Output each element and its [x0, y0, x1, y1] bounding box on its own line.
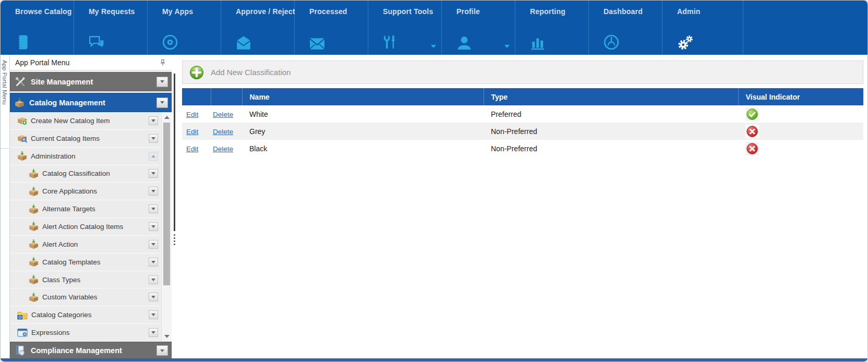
delete-link[interactable]: Delete [213, 128, 233, 136]
add-icon [189, 65, 204, 80]
mail-icon [309, 38, 325, 50]
nav-item-reporting[interactable]: Reporting [515, 1, 589, 55]
expand-button[interactable] [149, 328, 158, 337]
table-row: Edit Delete Grey Non-Preferred [182, 123, 863, 140]
package-plus-icon [17, 116, 27, 125]
sidebar-item-alert-action-catalog-items[interactable]: Alert Action Catalog Items [10, 218, 161, 236]
nav-item-profile[interactable]: Profile [442, 1, 515, 55]
main-content: Add New Classification NameTypeVisual In… [178, 55, 867, 359]
chevron-down-icon [431, 45, 436, 48]
expand-button[interactable] [156, 98, 168, 108]
splitter-line [174, 74, 175, 231]
expand-button[interactable] [149, 275, 158, 284]
package-icon [29, 257, 39, 267]
barchart-icon [530, 35, 546, 50]
package-icon [15, 98, 25, 107]
visual-indicator [745, 107, 759, 121]
edit-link[interactable]: Edit [186, 128, 198, 136]
chat-icon [89, 35, 104, 50]
edit-link[interactable]: Edit [186, 111, 198, 118]
collapse-button[interactable] [149, 152, 158, 161]
sidebar-item-current-catalog-items[interactable]: Current Catalog Items [10, 130, 161, 148]
nav-item-admin[interactable]: Admin [662, 1, 743, 55]
sidebar-scrollbar[interactable] [161, 112, 172, 342]
nav-item-browse-catalog[interactable]: Browse Catalog [1, 1, 74, 55]
check-icon [746, 108, 758, 120]
person-icon [456, 35, 472, 50]
expand-button[interactable] [156, 77, 168, 87]
expand-button[interactable] [149, 293, 158, 301]
expand-button[interactable] [149, 187, 158, 196]
window-bottom-edge [1, 358, 867, 361]
toolbar: Add New Classification [182, 61, 863, 84]
classifications-table: NameTypeVisual Indicator Edit Delete Whi… [182, 88, 863, 157]
nav-item-dashboard[interactable]: Dashboard [589, 1, 662, 55]
package-icon-slot [15, 98, 25, 107]
nav-item-support-tools[interactable]: Support Tools [368, 1, 442, 55]
expand-button[interactable] [156, 345, 168, 356]
sidebar-item-catalog-classification[interactable]: Catalog Classification [10, 165, 161, 183]
expand-button[interactable] [149, 310, 158, 319]
software-box-icon [15, 345, 26, 356]
package-search-icon [17, 134, 27, 143]
nav-empty-space [743, 1, 867, 55]
tools-icon-slot [15, 76, 26, 88]
table-header-row: NameTypeVisual Indicator [182, 88, 863, 105]
chevron-down-icon [504, 45, 510, 48]
column-header-empty [211, 88, 242, 105]
edit-link[interactable]: Edit [186, 145, 198, 153]
app-portal-menu-vertical-tab[interactable]: App Portal Menu [1, 55, 9, 149]
scroll-up-icon[interactable] [162, 113, 172, 122]
sidebar-items-list: Create New Catalog Item Current Catalog … [10, 112, 172, 342]
expand-button[interactable] [149, 258, 158, 267]
sidebar-section-catalog-management[interactable]: Catalog Management [10, 93, 172, 112]
sidebar-section-site-management[interactable]: Site Management [10, 72, 172, 91]
sidebar-item-administration[interactable]: Administration [10, 148, 161, 165]
sidebar-item-alert-action[interactable]: Alert Action [10, 236, 161, 254]
expand-button[interactable] [149, 116, 158, 125]
cross-icon [746, 126, 758, 137]
package-icon [29, 204, 39, 214]
sidebar-item-class-types[interactable]: Class Types [10, 271, 161, 289]
nav-item-my-apps[interactable]: My Apps [148, 1, 221, 55]
expand-button[interactable] [149, 222, 158, 231]
sidebar-item-expressions[interactable]: Expressions [10, 324, 161, 342]
panel-splitter[interactable] [172, 55, 178, 359]
add-new-classification-button[interactable]: Add New Classification [189, 65, 291, 80]
package-icon [29, 239, 39, 249]
classification-name: White [242, 105, 484, 123]
table-body: Edit Delete White Preferred Edit Delete … [182, 105, 863, 157]
scroll-down-icon[interactable] [162, 332, 172, 341]
nav-item-approve-reject[interactable]: Approve / Reject [221, 1, 295, 55]
collapsed-panel-strip: App Portal Menu [1, 55, 10, 359]
sidebar-title: App Portal Menu [15, 58, 69, 67]
expand-button[interactable] [149, 169, 158, 178]
classification-type: Non-Preferred [484, 123, 738, 140]
sidebar-section-compliance-management[interactable]: Compliance Management [10, 342, 172, 359]
sidebar-item-catalog-categories[interactable]: Catalog Categories [10, 306, 161, 324]
nav-item-my-requests[interactable]: My Requests [74, 1, 148, 55]
expand-button[interactable] [149, 134, 158, 143]
sidebar-item-alternate-targets[interactable]: Alternate Targets [10, 200, 161, 218]
package-icon [29, 169, 39, 178]
delete-link[interactable]: Delete [213, 145, 233, 153]
sidebar-header: App Portal Menu [10, 55, 172, 70]
sidebar-item-custom-variables[interactable]: Custom Variables [10, 288, 161, 306]
body: App Portal Menu App Portal Menu Site Man… [1, 55, 867, 359]
top-nav: Browse Catalog My Requests My Apps Appro… [1, 1, 867, 55]
splitter-grip-icon[interactable] [174, 234, 175, 245]
expand-button[interactable] [149, 204, 158, 213]
sidebar-item-core-applications[interactable]: Core Applications [10, 183, 161, 200]
nav-item-processed[interactable]: Processed [295, 1, 368, 55]
package-icon [29, 222, 39, 231]
visual-indicator [745, 125, 759, 138]
expand-button[interactable] [149, 240, 158, 249]
gears-icon [677, 34, 694, 50]
pin-icon [159, 59, 166, 66]
cross-icon [746, 143, 758, 154]
scrollbar-thumb[interactable] [163, 123, 170, 285]
delete-link[interactable]: Delete [213, 111, 233, 118]
sidebar-item-create-new-catalog-item[interactable]: Create New Catalog Item [10, 112, 161, 130]
pin-button[interactable] [159, 59, 166, 66]
sidebar-item-catalog-templates[interactable]: Catalog Templates [10, 254, 161, 271]
